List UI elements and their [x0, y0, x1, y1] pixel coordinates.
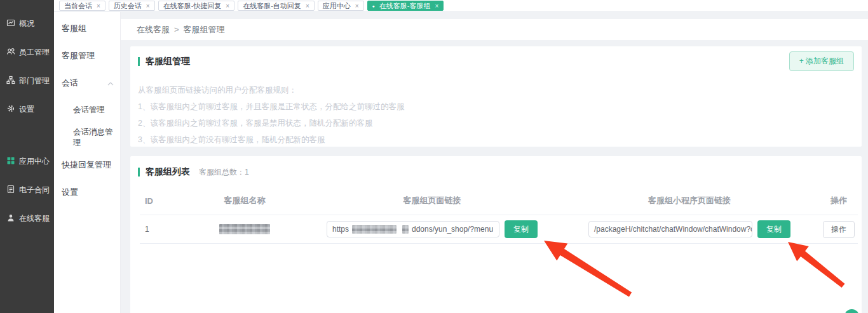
service-group-manage-panel: 客服组管理 + 添加客服组 从客服组页面链接访问的用户分配客服规则： 1、该客服… — [130, 46, 862, 147]
service-group-table: ID 客服组名称 客服组页面链接 客服组小程序页面链接 操作 1 — [140, 188, 858, 244]
sidebar-item-label: 概况 — [19, 18, 34, 29]
breadcrumb-page: 客服组管理 — [184, 24, 225, 36]
panel-header: 客服组列表 客服组总数：1 — [130, 156, 862, 178]
sidebar-group-gap — [0, 124, 54, 147]
menu-item-session-message-management[interactable]: 会话消息管理 — [54, 124, 120, 151]
tab-quick-reply[interactable]: 在线客服-快捷回复 × — [158, 1, 235, 11]
secondary-sidebar: 客服组 客服管理 会话 会话管理 会话消息管理 快捷回复管理 设置 — [54, 12, 121, 313]
rule-line: 1、该客服组内之前聊过客服，并且客服是正常状态，分配给之前聊过的客服 — [138, 98, 854, 115]
tab-history-session[interactable]: 历史会话 × — [109, 1, 155, 11]
dashboard-icon — [6, 18, 15, 29]
sidebar-item-label: 电子合同 — [19, 185, 50, 196]
title-accent-bar — [138, 57, 140, 66]
column-header-id: ID — [140, 188, 184, 215]
close-icon[interactable]: × — [435, 3, 438, 10]
page-link-prefix: https — [332, 225, 349, 234]
tab-label: 在线客服-快捷回复 — [163, 1, 222, 11]
menu-item-session[interactable]: 会话 — [54, 69, 120, 97]
tab-service-group[interactable]: ● 在线客服-客服组 × — [367, 1, 444, 11]
mini-program-link-text: /packageH/chitchat/chatWindow/chatWindow… — [594, 225, 752, 234]
group-total-label: 客服组总数：1 — [199, 167, 249, 178]
redacted-domain — [352, 225, 397, 234]
column-header-page-link: 客服组页面链接 — [305, 188, 559, 215]
close-icon[interactable]: × — [355, 3, 359, 10]
redacted-group-name — [219, 224, 270, 234]
breadcrumb-separator: > — [174, 25, 179, 34]
page-link-suffix: ddons/yun_shop/?menu — [412, 225, 493, 234]
close-icon[interactable]: × — [306, 3, 309, 10]
tab-label: 历史会话 — [114, 1, 142, 11]
add-service-group-button[interactable]: + 添加客服组 — [789, 51, 854, 71]
tab-auto-reply[interactable]: 在线客服-自动回复 × — [238, 1, 315, 11]
tab-current-session[interactable]: 当前会话 × — [59, 1, 105, 11]
close-icon[interactable]: × — [226, 3, 229, 10]
contract-icon — [6, 185, 15, 196]
title-accent-bar — [138, 168, 140, 176]
copy-mini-program-link-button[interactable]: 复制 — [757, 220, 790, 238]
cell-page-link: https ddons/yun_shop/?menu 复制 — [305, 215, 559, 244]
apps-grid-icon — [6, 156, 15, 167]
sidebar-item-label: 应用中心 — [19, 156, 50, 167]
menu-item-settings[interactable]: 设置 — [54, 178, 120, 206]
mini-program-link-input[interactable]: /packageH/chitchat/chatWindow/chatWindow… — [588, 221, 752, 237]
sidebar-item-label: 在线客服 — [19, 213, 50, 224]
cell-actions: 操作 — [820, 215, 858, 244]
page-link-input[interactable]: https ddons/yun_shop/?menu — [327, 221, 499, 237]
sidebar-item-settings[interactable]: 设置 — [0, 95, 54, 124]
tab-label: 当前会话 — [64, 1, 92, 11]
rule-line: 3、该客服组内之前没有聊过客服，随机分配新的客服 — [138, 131, 854, 148]
tab-label: 应用中心 — [323, 1, 351, 11]
assignment-rules: 从客服组页面链接访问的用户分配客服规则： 1、该客服组内之前聊过客服，并且客服是… — [130, 82, 862, 148]
employees-icon — [6, 47, 15, 58]
main-content: 在线客服 > 客服组管理 客服组管理 + 添加客服组 从客服组页面链接访问的用户… — [121, 12, 868, 313]
primary-sidebar: 概况 员工管理 部门管理 设置 应用中心 电子合同 在线客服 — [0, 0, 54, 313]
table-row: 1 https ddons/yun_shop/?menu 复制 — [140, 215, 858, 244]
org-icon — [6, 76, 15, 86]
row-action-button[interactable]: 操作 — [823, 221, 855, 238]
sidebar-item-overview[interactable]: 概况 — [0, 10, 54, 38]
table-header-row: ID 客服组名称 客服组页面链接 客服组小程序页面链接 操作 — [140, 188, 858, 215]
rule-line: 2、该客服组内之前聊过客服，客服是禁用状态，随机分配新的客服 — [138, 115, 854, 131]
tab-app-center[interactable]: 应用中心 × — [318, 1, 364, 11]
breadcrumb: 在线客服 > 客服组管理 — [121, 19, 868, 40]
sidebar-item-label: 员工管理 — [19, 47, 50, 58]
menu-item-service-management[interactable]: 客服管理 — [54, 42, 120, 69]
sidebar-item-label: 设置 — [19, 104, 34, 115]
cell-group-name — [184, 215, 305, 244]
sidebar-item-employee-management[interactable]: 员工管理 — [0, 38, 54, 67]
copy-page-link-button[interactable]: 复制 — [505, 220, 538, 238]
redacted-segment — [402, 225, 409, 234]
cell-id: 1 — [140, 215, 184, 244]
sidebar-item-department-management[interactable]: 部门管理 — [0, 67, 54, 95]
tab-label: 在线客服-自动回复 — [243, 1, 301, 11]
sidebar-item-e-contract[interactable]: 电子合同 — [0, 176, 54, 204]
column-header-actions: 操作 — [820, 188, 858, 215]
close-icon[interactable]: × — [146, 3, 150, 10]
tab-label: 在线客服-客服组 — [379, 1, 431, 11]
cell-mini-program-link: /packageH/chitchat/chatWindow/chatWindow… — [559, 215, 820, 244]
rules-intro: 从客服组页面链接访问的用户分配客服规则： — [138, 82, 854, 98]
section-title-text: 客服组管理 — [146, 56, 190, 67]
service-group-list-panel: 客服组列表 客服组总数：1 ID 客服组名称 客服组页面链接 客服组小程序页面链… — [130, 156, 862, 313]
breadcrumb-section[interactable]: 在线客服 — [137, 24, 170, 36]
panel-header: 客服组管理 + 添加客服组 — [130, 46, 862, 71]
section-title-service-group-management: 客服组管理 — [138, 56, 190, 67]
menu-item-label: 会话 — [62, 77, 78, 89]
gear-icon — [6, 104, 15, 115]
menu-item-session-management[interactable]: 会话管理 — [54, 97, 120, 124]
app-window: 概况 员工管理 部门管理 设置 应用中心 电子合同 在线客服 — [0, 0, 868, 313]
tab-bar: 当前会话 × 历史会话 × 在线客服-快捷回复 × 在线客服-自动回复 × 应用… — [54, 0, 868, 12]
sidebar-item-label: 部门管理 — [19, 76, 50, 86]
service-person-icon — [6, 213, 15, 224]
active-dot-icon: ● — [372, 4, 375, 8]
chevron-up-icon — [107, 78, 114, 88]
sidebar-item-online-service[interactable]: 在线客服 — [0, 204, 54, 233]
menu-item-quick-reply-management[interactable]: 快捷回复管理 — [54, 151, 120, 178]
column-header-mini-program-link: 客服组小程序页面链接 — [559, 188, 820, 215]
section-title-service-group-list: 客服组列表 — [138, 166, 190, 178]
close-icon[interactable]: × — [97, 3, 100, 10]
section-title-text: 客服组列表 — [146, 166, 190, 178]
sidebar-item-app-center[interactable]: 应用中心 — [0, 147, 54, 176]
column-header-group-name: 客服组名称 — [184, 188, 305, 215]
menu-item-service-group[interactable]: 客服组 — [54, 15, 120, 42]
